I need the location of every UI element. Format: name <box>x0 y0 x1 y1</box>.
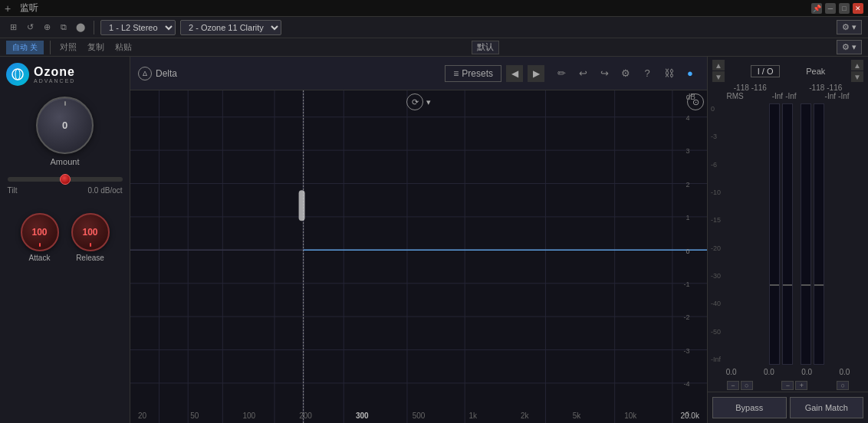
target-icon[interactable]: ⊕ <box>40 21 54 34</box>
close-btn[interactable]: ✕ <box>853 3 863 14</box>
nav-next-btn[interactable]: ▶ <box>528 65 544 82</box>
ozone-icon-btn[interactable]: ● <box>681 64 699 83</box>
ozone-logo-svg <box>10 67 25 82</box>
freq-10k: 10k <box>624 412 636 420</box>
eq-dropdown-icon[interactable]: ▾ <box>426 97 431 107</box>
settings-gear-btn[interactable]: ⚙ ▾ <box>837 20 862 34</box>
delta-icon: Δ <box>138 67 152 80</box>
left-up-arrow[interactable]: ▲ <box>712 60 725 70</box>
maximize-btn[interactable]: □ <box>839 3 850 14</box>
output-peak-l: -118 <box>809 84 824 92</box>
input-peak-r: -116 <box>751 84 767 92</box>
grid-icon[interactable]: ⊞ <box>6 21 20 34</box>
title-bar-controls: 📌 ─ □ ✕ <box>811 3 863 14</box>
gain-match-btn[interactable]: Gain Match <box>790 397 864 418</box>
svg-text:-2: -2 <box>683 313 689 321</box>
delta-btn[interactable]: Δ Delta <box>138 67 177 80</box>
title-bar-left: + 监听 <box>5 2 38 15</box>
release-knob[interactable]: 100 <box>71 213 110 251</box>
ctrl-minus-1[interactable]: − <box>727 381 739 390</box>
freq-50: 50 <box>190 412 199 420</box>
output-peak-r: -116 <box>827 84 842 92</box>
ozone-header: Δ Delta ≡ Presets ◀ ▶ ✏ ↩ ↪ ⚙ ? ⛓ ● <box>130 57 707 90</box>
meter-bar-in-l <box>769 103 780 365</box>
left-panel: Ozone ADVANCED 0 Amount Tilt 0.0 dB/oct <box>0 57 130 423</box>
release-knob-tick <box>90 243 91 247</box>
auto-btn[interactable]: 自动 关 <box>6 41 44 54</box>
freq-5k: 5k <box>573 412 581 420</box>
logo-sub: ADVANCED <box>34 78 75 84</box>
toolbar2-divider1 <box>50 41 51 54</box>
meter-ctrl-row: − ○ − + ○ <box>708 379 868 392</box>
tilt-slider-thumb[interactable] <box>60 174 71 185</box>
attack-knob[interactable]: 100 <box>21 213 59 251</box>
eq-area[interactable]: dB 4 3 2 1 0 -1 -2 -3 -4 -5 ⟳ ▾ ⊙ <box>130 90 707 423</box>
freq-300[interactable]: 300 <box>356 412 369 420</box>
device1-selector[interactable]: 1 - L2 Stereo <box>100 20 176 35</box>
pencil-btn[interactable]: ✏ <box>552 64 570 83</box>
marker-in-r <box>783 284 792 286</box>
freq-20: 20 <box>138 412 146 420</box>
attack-label: Attack <box>29 254 51 262</box>
scale-inf: -Inf <box>711 356 728 363</box>
amount-knob-value: 0 <box>62 120 67 131</box>
scale-30: -30 <box>711 272 728 280</box>
bottom-val-3: 0.0 <box>801 368 812 376</box>
eq-loop-btn[interactable]: ⟳ <box>406 93 423 110</box>
ctrl-group-3: ○ <box>837 381 849 390</box>
stack-icon[interactable]: ⧉ <box>57 21 71 34</box>
presets-label: Presets <box>462 68 493 79</box>
output-rms-vals: -Inf -Inf <box>825 92 850 100</box>
toolbar2-copy[interactable]: 复制 <box>84 41 107 53</box>
bypass-btn[interactable]: Bypass <box>712 397 787 418</box>
svg-text:4: 4 <box>686 114 689 122</box>
minimize-btn[interactable]: ─ <box>825 3 836 14</box>
toolbar-divider1 <box>94 21 94 34</box>
meter-bar-out-r <box>814 103 824 365</box>
toolbar2-gear-btn[interactable]: ⚙ ▾ <box>837 40 862 54</box>
svg-text:0: 0 <box>686 248 689 255</box>
header-icons: ✏ ↩ ↪ ⚙ ? ⛓ ● <box>552 64 699 83</box>
left-down-arrow[interactable]: ▼ <box>712 71 725 82</box>
device2-selector[interactable]: 2 - Ozone 11 Clarity <box>180 20 281 35</box>
ctrl-circle-1[interactable]: ○ <box>741 381 753 390</box>
help-btn[interactable]: ? <box>638 64 656 83</box>
right-down-arrow[interactable]: ▼ <box>851 71 863 82</box>
refresh-icon[interactable]: ↺ <box>23 21 37 34</box>
release-value: 100 <box>82 227 97 238</box>
right-panel: ▲ ▼ I / O Peak ▲ ▼ -118 -116 <box>707 57 868 423</box>
input-rms-r: -Inf <box>785 92 796 100</box>
right-up-arrow[interactable]: ▲ <box>851 60 863 70</box>
eq-expand-btn[interactable]: ⊙ <box>687 93 704 110</box>
freq-500: 500 <box>413 412 426 420</box>
amount-knob[interactable]: 0 <box>36 97 94 154</box>
bottom-val-4: 0.0 <box>839 368 850 376</box>
scale-0: 0 <box>711 105 728 113</box>
peak-label: Peak <box>806 67 825 76</box>
link-btn[interactable]: ⛓ <box>659 64 678 83</box>
nav-prev-btn[interactable]: ◀ <box>506 65 523 82</box>
toolbar2-compare[interactable]: 对照 <box>57 41 80 53</box>
output-rms-l: -Inf <box>825 92 836 100</box>
undo-btn[interactable]: ↩ <box>574 64 592 83</box>
attack-knob-tick <box>39 243 41 247</box>
meter-values-row: -118 -116 -118 -116 <box>712 84 863 92</box>
presets-btn[interactable]: ≡ Presets <box>445 65 501 82</box>
add-tab-btn[interactable]: + <box>5 2 11 15</box>
tilt-slider-track[interactable] <box>8 177 123 182</box>
settings-btn[interactable]: ⚙ <box>616 64 635 83</box>
ctrl-minus-2[interactable]: − <box>781 381 794 390</box>
toolbar2-paste[interactable]: 粘贴 <box>112 41 135 53</box>
scale-3: -3 <box>711 133 728 140</box>
redo-btn[interactable]: ↪ <box>595 64 613 83</box>
svg-text:1: 1 <box>686 214 689 221</box>
title-bar-title: 监听 <box>20 2 38 15</box>
meter-rms-row: RMS -Inf -Inf -Inf -Inf <box>712 92 863 100</box>
record-icon[interactable]: ⬤ <box>74 21 87 34</box>
ctrl-plus-2[interactable]: + <box>795 381 807 390</box>
tilt-label: Tilt <box>8 186 18 195</box>
meters-main: 0 -3 -6 -10 -15 -20 -30 -40 -50 -Inf <box>708 100 868 365</box>
toolbar2-right: ⚙ ▾ <box>837 40 862 54</box>
pin-btn[interactable]: 📌 <box>811 3 822 14</box>
ctrl-circle-3[interactable]: ○ <box>837 381 849 390</box>
